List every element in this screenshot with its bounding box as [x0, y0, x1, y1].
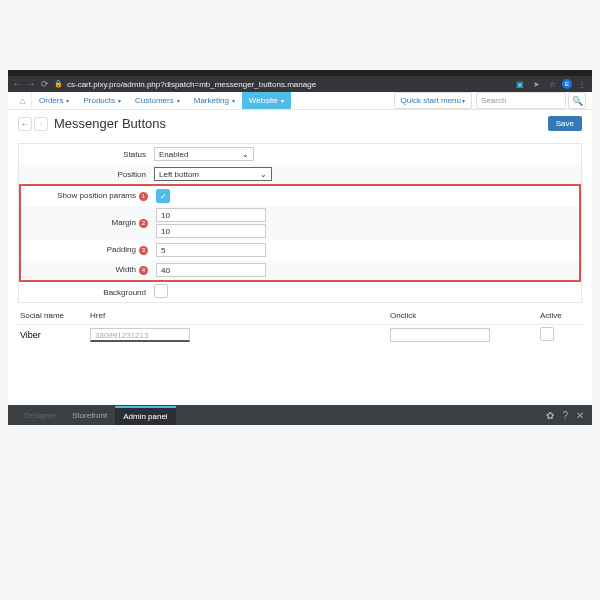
quick-start-menu[interactable]: Quick start menu [394, 92, 472, 109]
badge-2: 2 [139, 219, 148, 228]
nav-website[interactable]: Website [242, 92, 291, 109]
background-checkbox[interactable] [154, 284, 168, 298]
href-input[interactable]: 380991231213 [90, 328, 190, 342]
nav-marketing[interactable]: Marketing [187, 92, 242, 109]
badge-3: 3 [139, 246, 148, 255]
send-icon[interactable]: ➤ [530, 80, 542, 89]
margin-bottom-input[interactable]: 10 [156, 224, 266, 238]
active-checkbox[interactable] [540, 327, 554, 341]
nav-customers[interactable]: Customers [128, 92, 187, 109]
lock-icon: 🔒 [54, 80, 63, 88]
nav-orders[interactable]: Orders [32, 92, 76, 109]
forward-icon[interactable]: → [26, 79, 36, 89]
position-select[interactable]: Left bottom⌄ [154, 167, 272, 181]
back-icon[interactable]: ← [12, 79, 22, 89]
badge-4: 4 [139, 266, 148, 275]
social-row-name: Viber [20, 330, 90, 340]
search-button[interactable]: 🔍 [568, 92, 586, 109]
star-icon[interactable]: ☆ [546, 80, 558, 89]
width-label: Width4 [21, 265, 156, 275]
nav-products[interactable]: Products [76, 92, 128, 109]
gear-icon[interactable]: ✿ [546, 410, 554, 421]
active-header: Active [540, 311, 580, 320]
badge-1: 1 [139, 192, 148, 201]
position-label: Position [19, 170, 154, 179]
home-icon[interactable]: ⌂ [14, 92, 32, 109]
tab-admin-panel[interactable]: Admin panel [115, 406, 175, 425]
extension-icon[interactable]: ▣ [514, 80, 526, 89]
search-input[interactable]: Search [476, 92, 566, 109]
forward-button[interactable]: - [34, 117, 48, 131]
onclick-header: Onclick [390, 311, 540, 320]
padding-input[interactable]: 5 [156, 243, 266, 257]
margin-top-input[interactable]: 10 [156, 208, 266, 222]
back-button[interactable]: ← [18, 117, 32, 131]
reload-icon[interactable]: ⟳ [40, 79, 50, 89]
tab-designer[interactable]: Designer [16, 407, 64, 424]
show-params-checkbox[interactable]: ✓ [156, 189, 170, 203]
help-icon[interactable]: ? [562, 410, 568, 421]
tab-storefront[interactable]: Storefront [64, 407, 115, 424]
kebab-icon[interactable]: ⋮ [576, 80, 588, 89]
margin-label: Margin2 [21, 218, 156, 228]
status-label: Status [19, 150, 154, 159]
width-input[interactable]: 40 [156, 263, 266, 277]
href-header: Href [90, 311, 390, 320]
close-icon[interactable]: ✕ [576, 410, 584, 421]
padding-label: Padding3 [21, 245, 156, 255]
background-label: Background [19, 288, 154, 297]
page-title: Messenger Buttons [54, 116, 166, 131]
show-params-label: Show position params1 [21, 191, 156, 201]
save-button[interactable]: Save [548, 116, 582, 131]
highlight-box: Show position params1 ✓ Margin2 10 10 Pa… [19, 184, 581, 282]
status-select[interactable]: Enabled⌄ [154, 147, 254, 161]
onclick-input[interactable] [390, 328, 490, 342]
avatar[interactable]: E [562, 79, 572, 89]
social-name-header: Social name [20, 311, 90, 320]
url-text[interactable]: cs-cart.pixy.pro/admin.php?dispatch=mb_m… [67, 80, 510, 89]
